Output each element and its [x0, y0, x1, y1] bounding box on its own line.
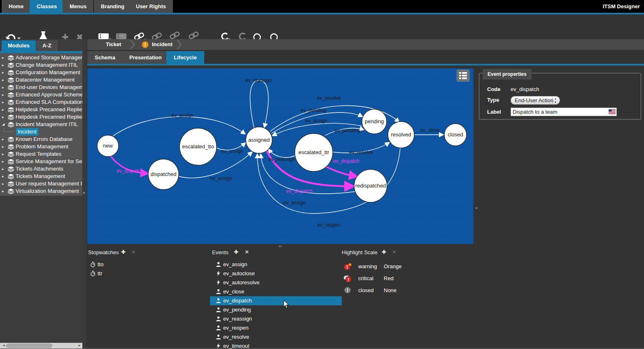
person-icon — [216, 307, 221, 312]
svg-text:dispatched: dispatched — [151, 171, 177, 177]
tab-presentation[interactable]: Presentation — [122, 51, 169, 64]
collapse-left-icon[interactable]: « — [83, 190, 85, 195]
breadcrumb-ticket[interactable]: Ticket — [106, 39, 121, 50]
expand-right-icon[interactable]: » — [475, 205, 478, 210]
tab-schema[interactable]: Schema — [87, 51, 123, 64]
event-item-ev_pending[interactable]: ev_pending — [210, 305, 342, 314]
sidebar-tab-az[interactable]: A-Z — [36, 40, 58, 51]
diagram-list-view-button[interactable] — [457, 70, 469, 82]
nav-tab-classes[interactable]: Classes — [30, 0, 64, 13]
window-bottom-edge — [82, 348, 644, 349]
expander-icon[interactable]: ▸ — [2, 106, 4, 113]
tree-item-incident-management[interactable]: ◢Incident Management ITIL — [0, 121, 82, 128]
sidebar-tab-modules[interactable]: Modules — [2, 40, 36, 51]
event-delete-icon[interactable]: ✕ — [245, 249, 249, 255]
tree-item[interactable]: ▸Datacenter Management — [0, 76, 82, 84]
tree-item[interactable]: ▸Change Management ITIL — [0, 61, 82, 69]
svg-text:closed: closed — [448, 131, 463, 138]
scrollbar-thumb[interactable] — [6, 344, 52, 348]
event-item-ev_assign[interactable]: ev_assign — [210, 260, 342, 269]
event-add-icon[interactable]: ✚ — [234, 249, 238, 255]
stopwatches-title: Stopwatches — [88, 249, 119, 255]
event-item-ev_dispatch[interactable]: ev_dispatch — [210, 296, 342, 305]
svg-text:ev_dispatch: ev_dispatch — [333, 158, 359, 164]
breadcrumb-chevron-icon — [130, 40, 136, 49]
svg-text:ev_assign: ev_assign — [305, 118, 327, 124]
tree-item[interactable]: ▸Helpdesk Precanned Replies — [0, 113, 82, 121]
tree-item[interactable]: ▸Problem Management — [0, 143, 82, 150]
module-icon — [8, 63, 14, 68]
event-item-ev_autoresolve[interactable]: ev_autoresolve — [210, 278, 342, 287]
expander-icon[interactable]: ▸ — [2, 91, 4, 98]
nav-tab-menus[interactable]: Menus — [63, 0, 93, 13]
svg-text:ev_resolve: ev_resolve — [317, 95, 341, 101]
expander-open-icon[interactable]: ◢ — [2, 121, 5, 128]
expander-icon[interactable]: ▸ — [2, 98, 4, 106]
event-properties-title: Event properties — [483, 69, 532, 80]
tree-item[interactable]: ▸Enhanced Approval Scheme — [0, 91, 82, 98]
tree-item[interactable]: ▸Tickets Management — [0, 173, 82, 180]
breadcrumb-incident[interactable]: Incident — [152, 39, 173, 50]
event-item-ev_resolve[interactable]: ev_resolve — [210, 333, 342, 342]
type-select[interactable]: End-User Action ▲▼ — [511, 96, 560, 105]
panel-splitter-icon[interactable]: ˅˅ — [278, 244, 281, 248]
expander-icon[interactable]: ▸ — [2, 150, 4, 158]
stopwatch-delete-icon[interactable]: ✕ — [131, 249, 136, 255]
expander-icon[interactable]: ▸ — [2, 69, 4, 76]
event-item-ev_reopen[interactable]: ev_reopen — [210, 323, 342, 333]
tree-item[interactable]: ▸Enhanced SLA Computation — [0, 98, 82, 106]
nav-tab-branding[interactable]: Branding — [94, 0, 131, 13]
event-item-ev_reassign[interactable]: ev_reassign — [210, 314, 342, 323]
scroll-left-icon[interactable]: ◄ — [2, 343, 5, 349]
toolbar: ✚ ✖ ✚ ✕ ✚ ✕ ✚ ✕ ✚ — [0, 14, 644, 39]
stopwatch-item-tto[interactable]: tto — [86, 260, 202, 269]
highlight-add-icon[interactable]: ✚ — [382, 249, 386, 255]
nav-tab-user-rights[interactable]: User Rights — [129, 0, 173, 13]
expander-icon[interactable]: ▸ — [2, 113, 4, 121]
select-spinner-icon[interactable]: ▲▼ — [552, 97, 558, 104]
tree-item[interactable]: ▸Tickets Attachments — [0, 165, 82, 173]
stopwatch-item-ttr[interactable]: ttr — [86, 269, 202, 278]
expander-icon[interactable]: ▸ — [2, 136, 4, 143]
events-title: Events — [212, 249, 229, 255]
lifecycle-canvas[interactable]: ev_assign ev_assign ev_assign ev_reassig… — [87, 68, 474, 244]
tree-item[interactable]: ▸Service Management for Service Provider… — [0, 158, 82, 165]
highlight-delete-icon[interactable]: ✕ — [392, 249, 397, 255]
module-icon — [8, 189, 14, 194]
expander-icon[interactable]: ▸ — [2, 61, 4, 69]
tree-item[interactable]: ▸Virtualization Management — [0, 187, 82, 195]
scroll-right-icon[interactable]: ► — [78, 343, 81, 349]
tree-item[interactable]: ▸Advanced Storage Manager — [0, 54, 82, 61]
expander-icon[interactable]: ▸ — [2, 158, 4, 165]
stopwatch-add-icon[interactable]: ✚ — [121, 249, 126, 255]
expander-icon[interactable]: ▸ — [2, 180, 4, 187]
expander-icon[interactable]: ▸ — [2, 173, 4, 180]
tab-lifecycle[interactable]: Lifecycle — [166, 51, 204, 64]
tree-item[interactable]: ▸Request Templates — [0, 150, 82, 158]
expander-icon[interactable]: ▸ — [2, 84, 4, 91]
tree-item[interactable]: ▸Configuration Management — [0, 69, 82, 76]
event-item-ev_close[interactable]: ev_close — [210, 287, 342, 296]
sidebar-h-scrollbar[interactable]: ◄ ► — [0, 343, 82, 349]
type-label: Type — [487, 97, 499, 103]
label-input[interactable] — [511, 108, 617, 116]
nav-tab-home[interactable]: Home — [2, 0, 30, 13]
tree-item-incident-class[interactable]: Incident — [0, 128, 82, 136]
expander-icon[interactable]: ▸ — [2, 187, 4, 195]
sidebar-splitter[interactable]: « — [82, 39, 86, 349]
type-select-value: End-User Action — [515, 97, 553, 103]
svg-text:ev_dispatch: ev_dispatch — [286, 188, 313, 194]
expander-icon[interactable]: ▸ — [2, 165, 4, 173]
expander-icon[interactable]: ▸ — [2, 143, 4, 150]
tree-item[interactable]: ▸End-user Devices Management — [0, 84, 82, 91]
event-item-ev_autoclose[interactable]: ev_autoclose — [210, 269, 342, 278]
expander-icon[interactable]: ▸ — [2, 76, 4, 84]
module-icon — [8, 85, 14, 90]
tree-item[interactable]: ▸Helpdesk Precanned Replies — [0, 106, 82, 113]
tree-item[interactable]: ▸User request Management ITIL — [0, 180, 82, 187]
expander-icon[interactable]: ▸ — [2, 54, 4, 61]
module-icon — [8, 92, 14, 98]
tree-item[interactable]: ▸Known Errors Database — [0, 136, 82, 143]
svg-text:ev_reopen: ev_reopen — [317, 222, 341, 228]
lightning-icon — [216, 280, 221, 285]
